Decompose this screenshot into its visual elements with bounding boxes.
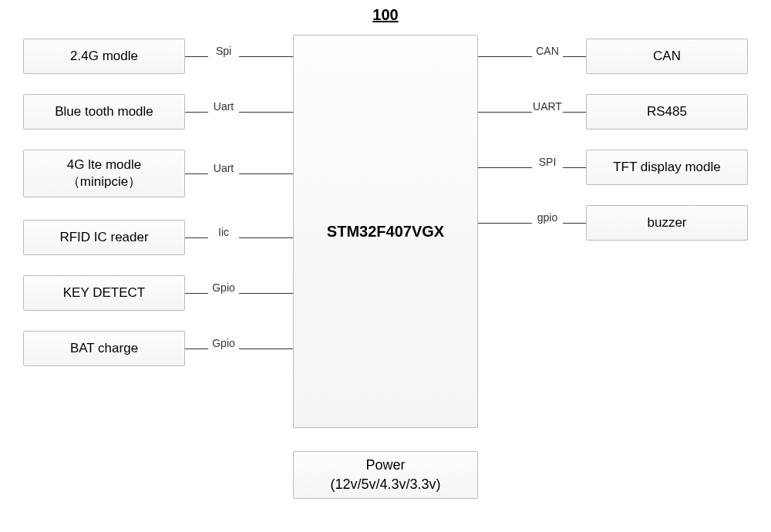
connector-line bbox=[563, 223, 586, 224]
block-label: CAN bbox=[653, 49, 681, 64]
interface-label: Uart bbox=[208, 162, 239, 174]
connector-line bbox=[478, 167, 532, 168]
left-block-batcharge: BAT charge bbox=[23, 331, 185, 366]
block-label: 2.4G modle bbox=[70, 49, 138, 64]
interface-label: Gpio bbox=[208, 337, 239, 349]
diagram-title: 100 bbox=[372, 6, 398, 24]
block-label: BAT charge bbox=[70, 341, 138, 356]
interface-label: gpio bbox=[532, 211, 563, 224]
connector-line bbox=[239, 173, 293, 174]
interface-label: Iic bbox=[208, 226, 239, 238]
connector-line bbox=[478, 56, 532, 57]
block-label: TFT display modle bbox=[613, 160, 721, 175]
block-label: KEY DETECT bbox=[63, 285, 145, 301]
right-block-can: CAN bbox=[586, 39, 748, 74]
power-block: Power (12v/5v/4.3v/3.3v) bbox=[293, 451, 478, 499]
interface-label: SPI bbox=[532, 156, 563, 168]
mcu-label: STM32F407VGX bbox=[327, 223, 444, 241]
connector-line bbox=[563, 112, 586, 113]
right-block-tft: TFT display modle bbox=[586, 150, 748, 185]
left-block-bluetooth: Blue tooth modle bbox=[23, 94, 185, 130]
right-block-rs485: RS485 bbox=[586, 94, 748, 130]
connector-line bbox=[239, 293, 293, 294]
connector-line bbox=[563, 167, 586, 168]
connector-line bbox=[185, 293, 208, 294]
mcu-block: STM32F407VGX bbox=[293, 35, 478, 428]
interface-label: Spi bbox=[208, 45, 239, 57]
block-label: Blue tooth modle bbox=[55, 104, 153, 120]
connector-line bbox=[185, 56, 208, 57]
connector-line bbox=[478, 223, 532, 224]
connector-line bbox=[239, 112, 293, 113]
left-block-rfid: RFID IC reader bbox=[23, 220, 185, 255]
connector-line bbox=[563, 56, 586, 57]
connector-line bbox=[239, 348, 293, 349]
interface-label: Gpio bbox=[208, 281, 239, 294]
connector-line bbox=[185, 237, 208, 238]
power-label: Power (12v/5v/4.3v/3.3v) bbox=[330, 456, 440, 494]
connector-line bbox=[478, 112, 532, 113]
block-label: RFID IC reader bbox=[59, 230, 148, 245]
connector-line bbox=[185, 348, 208, 349]
block-diagram: 100 STM32F407VGX 2.4G modle Spi Blue too… bbox=[0, 0, 771, 532]
connector-line bbox=[185, 112, 208, 113]
connector-line bbox=[239, 237, 293, 238]
connector-line bbox=[239, 56, 293, 57]
interface-label: UART bbox=[532, 100, 563, 113]
interface-label: Uart bbox=[208, 100, 239, 113]
right-block-buzzer: buzzer bbox=[586, 205, 748, 241]
left-block-24g: 2.4G modle bbox=[23, 39, 185, 74]
block-label: 4G lte modle （minipcie） bbox=[67, 157, 141, 190]
connector-line bbox=[185, 173, 208, 174]
block-label: RS485 bbox=[647, 104, 687, 120]
block-label: buzzer bbox=[647, 215, 686, 231]
left-block-4g: 4G lte modle （minipcie） bbox=[23, 150, 185, 197]
left-block-keydetect: KEY DETECT bbox=[23, 275, 185, 311]
interface-label: CAN bbox=[532, 45, 563, 57]
